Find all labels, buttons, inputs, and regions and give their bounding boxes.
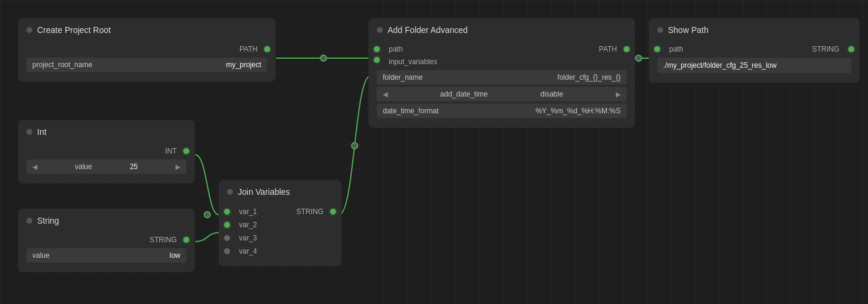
- project-root-name-value: my_project: [226, 61, 261, 69]
- folder-name-value: folder_cfg_{}_res_{}: [558, 73, 621, 82]
- node-body-create-project-root: PATH project_root_name my_project: [18, 40, 276, 82]
- svg-point-0: [320, 55, 326, 61]
- node-title-string: String: [37, 216, 59, 225]
- show-path-input-label: path: [669, 45, 683, 53]
- string-output-port-show-path[interactable]: [848, 46, 854, 52]
- add-date-time-value: disable: [540, 90, 563, 98]
- var4-label: var_4: [239, 247, 257, 255]
- node-title-add-folder-advanced: Add Folder Advanced: [388, 25, 468, 35]
- input-variables-row: input_variables: [377, 55, 627, 68]
- int-output-port[interactable]: [183, 148, 189, 154]
- path-output-label-add-folder: PATH: [599, 45, 617, 53]
- string-output-label: STRING: [150, 236, 177, 244]
- node-body-join-variables: var_1 STRING var_2 var_3 var_4: [219, 201, 341, 266]
- show-path-ports-row: path STRING: [657, 43, 851, 55]
- canvas: Create Project Root PATH project_root_na…: [0, 0, 868, 304]
- add-date-time-increment-btn[interactable]: ▶: [616, 91, 621, 98]
- node-show-path: Show Path path STRING ./my_project/folde…: [649, 18, 860, 83]
- node-title-int: Int: [37, 127, 47, 137]
- var3-label: var_3: [239, 234, 257, 242]
- path-output-port-add-folder[interactable]: [624, 46, 630, 52]
- var1-row: var_1 STRING: [227, 205, 333, 218]
- int-value-field[interactable]: ◀ value 25 ▶: [26, 159, 186, 174]
- path-output-row: PATH: [26, 43, 267, 55]
- show-path-output-value: ./my_project/folder_cfg_25_res_low: [657, 58, 851, 73]
- folder-name-field-row: folder_name folder_cfg_{}_res_{}: [377, 70, 627, 85]
- var4-input-port[interactable]: [224, 248, 230, 254]
- path-row-add-folder: path PATH: [377, 43, 627, 55]
- project-root-name-field[interactable]: project_root_name my_project: [26, 58, 267, 72]
- int-value-label: value: [75, 162, 92, 171]
- add-date-time-field[interactable]: ◀ add_date_time disable ▶: [377, 87, 627, 101]
- folder-name-field[interactable]: folder_name folder_cfg_{}_res_{}: [377, 70, 627, 85]
- int-output-row: INT: [26, 145, 186, 157]
- node-create-project-root: Create Project Root PATH project_root_na…: [18, 18, 276, 82]
- input-variables-port[interactable]: [374, 57, 380, 63]
- node-header-int: Int: [18, 120, 195, 142]
- status-dot-int: [26, 129, 32, 135]
- node-title-show-path: Show Path: [668, 25, 709, 35]
- string-value-label: value: [32, 251, 50, 260]
- string-value-field[interactable]: value low: [26, 248, 186, 263]
- node-body-int: INT ◀ value 25 ▶: [18, 142, 195, 183]
- var4-row: var_4: [227, 245, 333, 258]
- path-input-port-add-folder[interactable]: [374, 46, 380, 52]
- node-join-variables: Join Variables var_1 STRING var_2 var_3: [219, 180, 341, 266]
- status-dot-show-path: [657, 27, 663, 33]
- string-out-label: STRING: [297, 207, 323, 216]
- var2-label: var_2: [239, 221, 257, 229]
- int-value-field-row: ◀ value 25 ▶: [26, 159, 186, 174]
- show-path-input-port[interactable]: [654, 46, 660, 52]
- var2-input-port[interactable]: [224, 222, 230, 228]
- string-output-row: STRING: [26, 234, 186, 246]
- string-output-port[interactable]: [183, 237, 189, 243]
- int-decrement-btn[interactable]: ◀: [32, 163, 37, 171]
- status-dot-string: [26, 218, 32, 224]
- var1-input-port[interactable]: [224, 209, 230, 215]
- node-header-join-variables: Join Variables: [219, 180, 341, 201]
- status-dot-add-folder-advanced: [377, 27, 383, 33]
- status-dot-create-project-root: [26, 27, 32, 33]
- node-header-add-folder-advanced: Add Folder Advanced: [368, 18, 635, 40]
- project-root-name-field-row: project_root_name my_project: [26, 58, 267, 72]
- node-int: Int INT ◀ value 25 ▶: [18, 120, 195, 183]
- svg-point-2: [352, 143, 358, 149]
- date-time-format-field[interactable]: date_time_format %Y_%m_%d_%H:%M:%S: [377, 104, 627, 118]
- node-header-show-path: Show Path: [649, 18, 860, 40]
- add-date-time-decrement-btn[interactable]: ◀: [383, 91, 388, 98]
- svg-point-1: [204, 212, 210, 218]
- add-date-time-label: add_date_time: [440, 90, 488, 98]
- node-title-create-project-root: Create Project Root: [37, 25, 111, 35]
- project-root-name-label: project_root_name: [32, 61, 92, 69]
- node-title-join-variables: Join Variables: [238, 187, 290, 197]
- string-output-port-join[interactable]: [330, 209, 336, 215]
- date-time-format-label: date_time_format: [383, 107, 438, 115]
- var3-input-port[interactable]: [224, 235, 230, 241]
- node-header-create-project-root: Create Project Root: [18, 18, 276, 40]
- node-add-folder-advanced: Add Folder Advanced path PATH input_vari…: [368, 18, 635, 128]
- path-input-label-add-folder: path: [389, 45, 403, 53]
- var2-row: var_2: [227, 218, 333, 231]
- string-output-label-show-path: STRING: [812, 45, 839, 53]
- node-string: String STRING value low: [18, 209, 195, 272]
- int-increment-btn[interactable]: ▶: [176, 163, 180, 171]
- node-body-string: STRING value low: [18, 230, 195, 272]
- svg-point-3: [636, 55, 642, 61]
- int-value: 25: [130, 162, 138, 171]
- string-value: low: [170, 251, 180, 260]
- input-variables-label: input_variables: [389, 58, 437, 66]
- status-dot-join-variables: [227, 189, 233, 195]
- string-value-field-row: value low: [26, 248, 186, 263]
- int-output-label: INT: [165, 147, 177, 155]
- node-header-string: String: [18, 209, 195, 230]
- var3-row: var_3: [227, 231, 333, 245]
- add-date-time-field-row: ◀ add_date_time disable ▶: [377, 87, 627, 101]
- path-output-port[interactable]: [264, 46, 270, 52]
- var1-label: var_1: [239, 207, 257, 216]
- path-output-label: PATH: [240, 45, 258, 53]
- date-time-format-value: %Y_%m_%d_%H:%M:%S: [536, 107, 621, 115]
- node-body-add-folder-advanced: path PATH input_variables folder_name fo…: [368, 40, 635, 128]
- node-body-show-path: path STRING ./my_project/folder_cfg_25_r…: [649, 40, 860, 83]
- folder-name-label: folder_name: [383, 73, 423, 82]
- date-time-format-field-row: date_time_format %Y_%m_%d_%H:%M:%S: [377, 104, 627, 118]
